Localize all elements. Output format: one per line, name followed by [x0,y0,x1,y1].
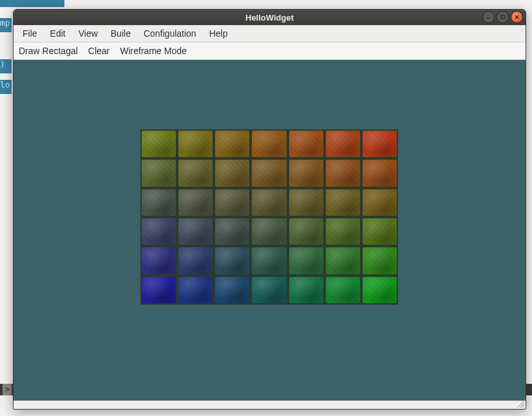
bg-fragment-1: mp [0,18,12,32]
toolbar: Draw Rectagal Clear Wireframe Mode [14,43,526,60]
texture-tile [215,189,249,216]
texture-tile [252,277,286,303]
texture-tile [142,160,176,186]
menubar: File Edit View Buile Configulation Help [14,25,526,43]
statusbar [14,401,526,409]
texture-tile [289,277,323,303]
texture-tile [252,189,286,216]
texture-tile [215,131,249,157]
texture-tile [289,131,323,157]
rendered-rectangle [140,129,398,305]
menu-help[interactable]: Help [203,26,234,41]
texture-tile [178,131,213,157]
texture-tile [363,189,397,216]
tool-draw-rect[interactable]: Draw Rectagal [19,46,78,56]
texture-tile [142,218,176,245]
texture-tile [289,218,323,245]
opengl-viewport[interactable] [14,60,526,401]
bg-fragment-2: ) [0,59,12,73]
texture-tile [142,247,176,274]
texture-tile [326,218,360,245]
menu-view[interactable]: View [72,26,104,41]
texture-tile [178,218,213,245]
menu-file[interactable]: File [16,26,44,41]
texture-tile [289,189,323,216]
texture-tile [252,218,286,245]
texture-tile [326,247,360,274]
titlebar[interactable]: HelloWidget [14,10,526,25]
app-window: HelloWidget File Edit View Buile Configu… [13,9,526,410]
maximize-button[interactable] [497,11,509,23]
texture-tile [215,247,249,274]
texture-tile [142,189,176,216]
texture-tile [215,277,249,303]
tool-clear[interactable]: Clear [88,46,109,56]
tool-wireframe[interactable]: Wireframe Mode [120,46,186,56]
resize-grip-icon[interactable] [517,400,524,408]
texture-tile [215,160,249,186]
texture-tile [178,277,213,303]
texture-tile [363,131,397,157]
texture-tile [289,247,323,274]
texture-tile [363,277,397,303]
texture-tile [252,131,286,157]
bg-fragment-3: lo [0,80,12,94]
menu-build[interactable]: Buile [104,26,137,41]
texture-tile [363,218,397,245]
menu-edit[interactable]: Edit [44,26,72,41]
svg-rect-1 [501,15,504,19]
texture-tile [142,131,176,157]
texture-tile [252,247,286,274]
texture-tile [363,160,397,186]
window-title: HelloWidget [14,13,526,23]
menu-configuration[interactable]: Configulation [137,26,203,41]
texture-tile [326,277,360,303]
texture-tile [289,160,323,186]
texture-tile [363,247,397,274]
bg-arrow-icon: > [3,384,12,395]
texture-tile [326,160,360,186]
texture-tile [142,277,176,303]
texture-tile [178,160,213,186]
close-button[interactable] [511,11,523,23]
texture-tile [215,218,249,245]
texture-tile [252,160,286,186]
texture-tile [326,189,360,216]
texture-tile [178,189,213,216]
texture-tile [178,247,213,274]
minimize-button[interactable] [482,11,495,23]
texture-tile [326,131,360,157]
